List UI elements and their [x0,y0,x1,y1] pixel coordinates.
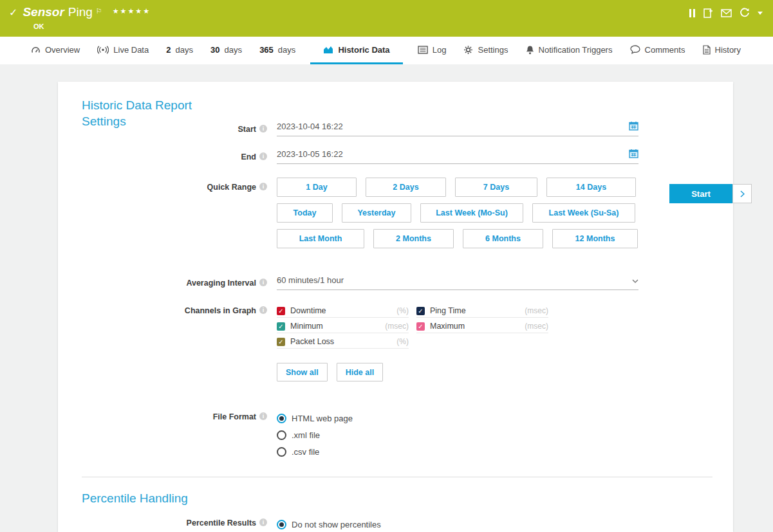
quick-range-yesterday-button[interactable]: Yesterday [342,203,411,223]
tab-overview[interactable]: Overview [28,37,82,64]
calendar-icon[interactable] [629,149,638,160]
tab-label: days [176,45,193,55]
start-report-group: Start [669,184,752,203]
tab-number: 2 [166,45,171,55]
percentile-do-not-show-option[interactable]: Do not show percentiles [277,516,638,532]
menu-caret-icon[interactable] [758,12,763,15]
tab-comments[interactable]: Comments [628,37,688,64]
info-icon[interactable]: i [259,412,267,420]
section-divider [82,477,712,477]
tab-365-days[interactable]: 365 days [257,37,298,64]
info-icon[interactable]: i [259,306,267,314]
sensor-name: Ping [68,5,93,20]
tab-historic-data[interactable]: Historic Data [310,37,402,64]
channel-unit: (%) [396,337,409,346]
tab-label: Overview [45,45,80,55]
speech-bubble-icon [630,45,640,54]
radio-unselected-icon [277,430,286,440]
channel-minimum[interactable]: ✓ Minimum (msec) [277,320,409,333]
info-icon[interactable]: i [259,183,267,190]
end-date-input[interactable]: 2023-10-05 16:22 [277,145,638,164]
start-date-input[interactable]: 2023-10-04 16:22 [277,117,638,136]
hide-all-button[interactable]: Hide all [337,363,383,381]
report-settings-title: Historic Data Report Settings [82,97,227,129]
quick-range-6-months-button[interactable]: 6 Months [463,229,543,248]
area-chart-icon [323,45,333,54]
tab-label: days [278,45,295,55]
tab-notification-triggers[interactable]: Notification Triggers [523,37,615,64]
file-format-xml-option[interactable]: .xml file [277,427,638,443]
checkbox-checked-icon: ✓ [277,322,285,331]
end-date-value: 2023-10-05 16:22 [277,149,629,159]
pause-icon[interactable] [689,9,695,17]
tab-label: Historic Data [338,45,389,55]
tab-history[interactable]: History [700,37,743,64]
quick-range-last-week-mo-su-button[interactable]: Last Week (Mo-Su) [420,203,523,223]
quick-range-7-days-button[interactable]: 7 Days [455,178,537,197]
show-all-button[interactable]: Show all [277,363,328,381]
percentile-results-label: Percentile Resultsi [82,516,267,527]
quick-range-1-day-button[interactable]: 1 Day [277,178,357,197]
start-button[interactable]: Start [669,184,732,203]
tab-30-days[interactable]: 30 days [208,37,245,64]
radio-label: Do not show percentiles [292,520,381,529]
quick-range-12-months-button[interactable]: 12 Months [552,229,638,248]
channel-name: Ping Time [430,306,525,315]
tab-label: days [225,45,242,55]
quick-range-today-button[interactable]: Today [277,203,333,223]
quick-range-label: Quick Rangei [82,178,267,192]
tab-log[interactable]: Log [415,37,449,64]
gauge-icon [31,45,41,54]
info-icon[interactable]: i [259,152,267,160]
channel-downtime[interactable]: ✓ Downtime (%) [277,304,409,318]
checkbox-checked-icon: ✓ [277,338,285,346]
priority-stars[interactable]: ★★★★★ [113,3,151,19]
priority-flag-icon[interactable]: ⚐ [96,3,102,19]
file-format-html-option[interactable]: HTML web page [277,410,638,427]
channel-packet-loss[interactable]: ✓ Packet Loss (%) [277,335,409,349]
sensor-status-text: OK [33,23,151,30]
quick-range-2-months-button[interactable]: 2 Months [373,229,454,248]
radio-label: .xml file [292,430,320,440]
historic-data-settings-card: Historic Data Report Settings Starti 202… [58,82,733,532]
email-icon[interactable] [721,9,732,17]
radio-unselected-icon [277,447,286,457]
quick-range-last-month-button[interactable]: Last Month [277,229,364,248]
channel-name: Maximum [430,322,525,331]
tab-label: Notification Triggers [539,45,613,55]
file-format-csv-option[interactable]: .csv file [277,443,638,460]
tab-2-days[interactable]: 2 days [163,37,196,64]
info-icon[interactable]: i [259,518,267,526]
channel-maximum[interactable]: ✓ Maximum (msec) [416,320,548,333]
tab-label: History [715,45,741,55]
channel-ping-time[interactable]: ✓ Ping Time (msec) [416,304,548,318]
tab-settings[interactable]: Settings [461,37,510,64]
start-more-button[interactable] [732,184,752,203]
info-icon[interactable]: i [259,279,267,286]
radio-selected-icon [277,520,286,529]
quick-range-last-week-su-sa-button[interactable]: Last Week (Su-Sa) [532,203,635,223]
info-icon[interactable]: i [259,125,267,133]
header-toolbar [689,8,763,18]
end-label: Endi [82,147,267,161]
tab-label: Comments [645,45,685,55]
channel-unit: (msec) [525,322,548,331]
channel-unit: (%) [396,306,409,315]
channel-name: Minimum [290,322,385,331]
averaging-interval-value: 60 minutes/1 hour [277,275,632,285]
quick-range-2-days-button[interactable]: 2 Days [366,178,446,197]
start-date-value: 2023-10-04 16:22 [277,122,629,131]
channel-unit: (msec) [525,306,548,315]
report-icon[interactable] [703,8,713,18]
gear-icon [463,45,473,55]
tab-live-data[interactable]: Live Data [95,37,151,64]
averaging-interval-select[interactable]: 60 minutes/1 hour [277,271,638,290]
page-content: Historic Data Report Settings Starti 202… [0,64,773,532]
calendar-icon[interactable] [629,121,638,133]
channel-name: Downtime [290,306,396,315]
broadcast-icon [97,46,109,54]
quick-range-14-days-button[interactable]: 14 Days [546,178,636,197]
tab-number: 365 [259,45,274,55]
refresh-icon[interactable] [740,8,750,18]
averaging-interval-label: Averaging Intervali [82,273,267,288]
